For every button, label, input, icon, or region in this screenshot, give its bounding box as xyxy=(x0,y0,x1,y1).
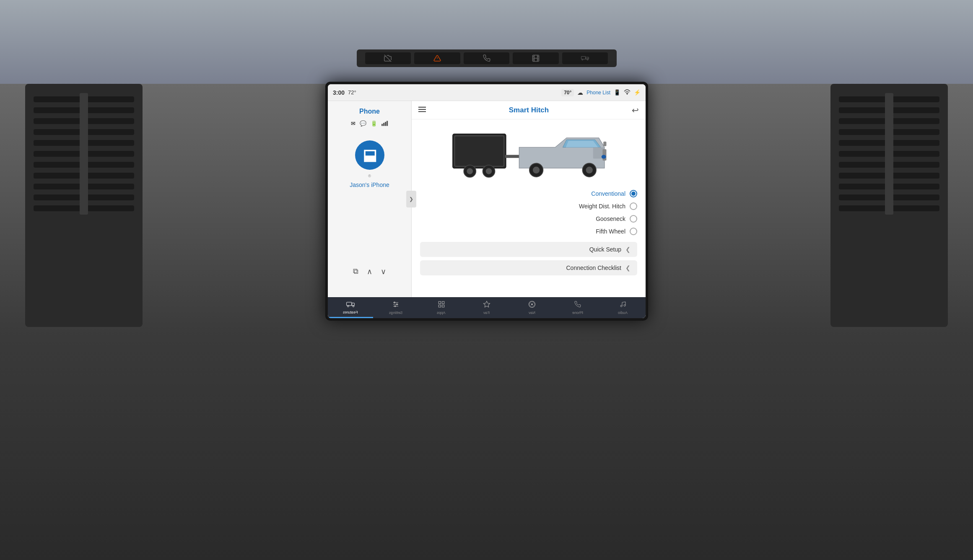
vent-bar xyxy=(839,194,939,200)
left-panel-title: Phone xyxy=(359,108,380,115)
nav-item-nav[interactable]: Nav xyxy=(509,298,555,318)
left-panel-bottom-icons: ⧉ ∧ ∨ xyxy=(328,267,411,276)
radio-button-gooseneck[interactable] xyxy=(630,215,637,223)
nav-item-fav[interactable]: Fav xyxy=(464,298,509,318)
hitch-type-options: Conventional Weight Dist. Hitch Goosenec… xyxy=(412,187,646,239)
bluetooth-icon: ⬓ xyxy=(362,146,376,164)
time-display: 3:00 xyxy=(333,89,345,96)
down-icon[interactable]: ∨ xyxy=(381,267,386,276)
hw-button-4[interactable] xyxy=(513,52,559,64)
chat-icon: 💬 xyxy=(360,120,366,128)
navigation-nav-icon xyxy=(528,301,536,310)
vent-bar xyxy=(839,162,939,168)
nav-label-fav: Fav xyxy=(483,311,490,315)
svg-point-48 xyxy=(394,306,396,307)
chevron-right-icon: ❯ xyxy=(409,196,413,202)
hw-button-1[interactable] xyxy=(365,52,411,64)
temp-inside-badge: 70° xyxy=(561,89,574,96)
vent-bar xyxy=(34,107,134,113)
svg-rect-11 xyxy=(581,57,585,60)
svg-rect-17 xyxy=(381,124,383,126)
svg-point-16 xyxy=(627,94,627,94)
action-buttons-area: Quick Setup ❮ Connection Checklist ❮ xyxy=(412,239,646,279)
nav-item-settings[interactable]: Settings xyxy=(373,298,418,318)
vent-bar xyxy=(839,173,939,179)
vent-bar xyxy=(34,96,134,102)
weather-icon: ☁ xyxy=(577,89,583,96)
hw-button-warning[interactable] xyxy=(414,52,460,64)
bluetooth-registered: ® xyxy=(368,174,371,178)
right-panel-smart-hitch: Smart Hitch ↩ xyxy=(412,101,646,297)
hardware-buttons-bar xyxy=(357,49,617,67)
hw-button-3[interactable] xyxy=(464,52,510,64)
main-content-area: Phone ✉ 💬 🔋 xyxy=(328,101,646,297)
svg-rect-24 xyxy=(453,134,506,168)
infotainment-screen: 3:00 72° 70° ☁ Phone List 📱 xyxy=(328,84,646,318)
svg-rect-18 xyxy=(383,123,384,126)
screen-content: 3:00 72° 70° ☁ Phone List 📱 xyxy=(328,84,646,318)
nav-item-audio[interactable]: Audio xyxy=(600,298,645,318)
svg-point-57 xyxy=(620,305,622,307)
phone-list-label[interactable]: Phone List xyxy=(586,90,610,96)
up-icon[interactable]: ∧ xyxy=(367,267,372,276)
temp-outside: 72° xyxy=(348,89,356,96)
left-panel-phone: Phone ✉ 💬 🔋 xyxy=(328,101,412,297)
vent-bar xyxy=(34,140,134,146)
vent-bar xyxy=(839,140,939,146)
vent-bar xyxy=(34,205,134,211)
vent-bar xyxy=(839,151,939,157)
wifi-icon xyxy=(624,89,631,96)
smart-hitch-title: Smart Hitch xyxy=(509,106,548,114)
nav-label-phone: Phone xyxy=(572,311,583,315)
vent-bar xyxy=(34,184,134,189)
phone-icon: 📱 xyxy=(614,89,620,96)
nav-item-features[interactable]: Features xyxy=(328,298,373,318)
nav-label-apps: Apps xyxy=(437,311,446,315)
vent-bar xyxy=(34,129,134,135)
svg-rect-39 xyxy=(346,302,352,306)
vent-bar xyxy=(34,151,134,157)
star-nav-icon xyxy=(483,301,490,310)
hitch-option-weight-dist[interactable]: Weight Dist. Hitch xyxy=(420,202,637,210)
svg-point-47 xyxy=(396,304,397,305)
svg-rect-36 xyxy=(602,149,606,161)
copy-icon[interactable]: ⧉ xyxy=(353,267,358,276)
svg-rect-52 xyxy=(442,305,444,307)
vent-bar xyxy=(839,205,939,211)
hamburger-menu-button[interactable] xyxy=(418,106,426,114)
mail-icon: ✉ xyxy=(351,120,355,128)
audio-nav-icon xyxy=(619,301,626,310)
settings-nav-icon xyxy=(392,301,400,310)
chevron-left-2-icon: ❮ xyxy=(625,264,631,271)
battery-icon: 🔋 xyxy=(371,120,377,128)
nav-item-apps[interactable]: Apps xyxy=(418,298,464,318)
connection-checklist-button[interactable]: Connection Checklist ❮ xyxy=(420,260,637,275)
hitch-option-fifth-wheel[interactable]: Fifth Wheel xyxy=(420,228,637,235)
vent-bar xyxy=(34,162,134,168)
truck-nav-icon xyxy=(346,301,355,309)
svg-rect-37 xyxy=(603,142,606,146)
radio-button-fifth-wheel[interactable] xyxy=(630,228,637,235)
svg-rect-26 xyxy=(505,155,520,158)
vent-bar xyxy=(839,129,939,135)
nav-item-phone[interactable]: Phone xyxy=(555,298,600,318)
chevron-left-icon: ❮ xyxy=(625,246,631,253)
right-vent xyxy=(830,84,948,327)
background-top xyxy=(0,0,973,84)
radio-button-weight-dist[interactable] xyxy=(630,202,637,210)
back-button[interactable]: ↩ xyxy=(631,105,638,115)
radio-button-conventional[interactable] xyxy=(630,190,637,197)
hitch-option-conventional[interactable]: Conventional xyxy=(420,190,637,197)
connected-device-name: Jason's iPhone xyxy=(350,181,389,188)
left-vent xyxy=(25,84,143,327)
bluetooth-circle: ⬓ xyxy=(355,140,384,170)
svg-rect-49 xyxy=(438,301,440,303)
svg-rect-50 xyxy=(442,301,444,303)
svg-line-0 xyxy=(384,55,392,62)
bottom-navigation: Features Settings xyxy=(328,297,646,318)
collapse-panel-button[interactable]: ❯ xyxy=(406,191,416,207)
quick-setup-button[interactable]: Quick Setup ❮ xyxy=(420,242,637,257)
hitch-option-gooseneck[interactable]: Gooseneck xyxy=(420,215,637,223)
hw-button-trailer[interactable] xyxy=(562,52,608,64)
signal-bars-icon xyxy=(381,120,388,128)
